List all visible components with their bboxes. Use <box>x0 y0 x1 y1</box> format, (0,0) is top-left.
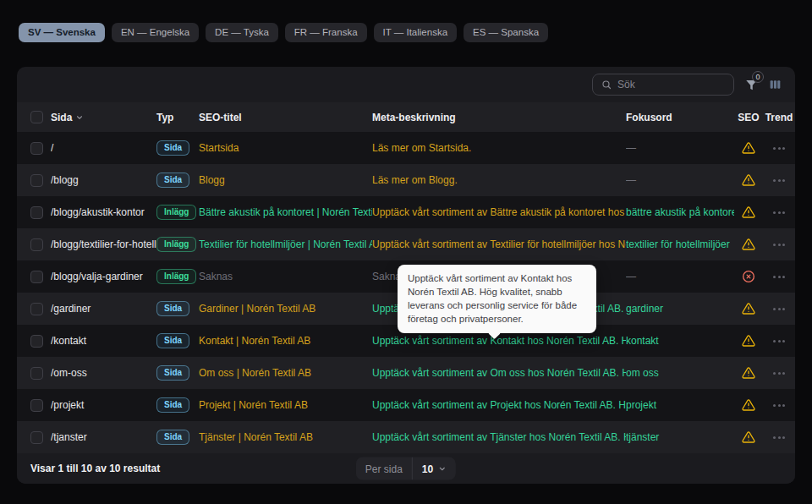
type-badge: Sida <box>156 301 189 316</box>
table-row[interactable]: /blogg/akustik-kontor Inlägg Bättre akus… <box>17 196 795 228</box>
seo-title-text: Tjänster | Norén Textil AB <box>199 431 313 443</box>
type-badge: Sida <box>156 140 189 156</box>
row-checkbox[interactable] <box>30 238 43 251</box>
meta-description-text: Upptäck vårt sortiment av Projekt hos No… <box>372 399 626 411</box>
row-checkbox[interactable] <box>30 271 43 283</box>
header-typ: Typ <box>156 112 199 123</box>
columns-icon <box>769 79 782 90</box>
seo-error-icon[interactable] <box>742 270 755 283</box>
seo-warning-icon[interactable] <box>742 141 755 155</box>
seo-title-text: Kontakt | Norén Textil AB <box>199 335 310 347</box>
row-checkbox[interactable] <box>30 174 43 187</box>
row-checkbox[interactable] <box>30 431 43 444</box>
page-path: /tjanster <box>51 431 87 443</box>
seo-title-text: Om oss | Norén Textil AB <box>199 367 311 379</box>
language-tabs: SV — SvenskaEN — EngelskaDE — TyskaFR — … <box>19 23 548 42</box>
row-checkbox[interactable] <box>30 399 43 412</box>
header-seo-titel: SEO-titel <box>199 112 372 123</box>
table-row[interactable]: /tjanster Sida Tjänster | Norén Textil A… <box>17 421 795 453</box>
results-count-text: Visar 1 till 10 av 10 resultat <box>30 463 160 474</box>
language-tab-de[interactable]: DE — Tyska <box>206 23 278 42</box>
page-path: /blogg/akustik-kontor <box>51 206 145 218</box>
language-tab-label: IT — Italienska <box>383 27 448 37</box>
focus-keyword-text: kontakt <box>626 335 659 347</box>
language-tab-label: FR — Franska <box>294 27 358 37</box>
table-row[interactable]: / Sida Startsida Läs mer om Startsida. — <box>17 132 795 164</box>
focus-keyword-text: — <box>626 174 636 186</box>
seo-title-text: Saknas <box>199 271 233 282</box>
row-actions-ellipsis[interactable] <box>771 240 787 249</box>
table-row[interactable]: /blogg Sida Blogg Läs mer om Blogg. — <box>17 164 795 196</box>
row-actions-ellipsis[interactable] <box>771 433 787 442</box>
type-badge: Sida <box>156 397 189 413</box>
seo-title-text: Projekt | Norén Textil AB <box>199 399 308 411</box>
seo-title-text: Gardiner | Norén Textil AB <box>199 303 315 315</box>
header-meta-beskrivning: Meta-beskrivning <box>372 112 626 123</box>
table-row[interactable]: /om-oss Sida Om oss | Norén Textil AB Up… <box>17 357 795 389</box>
row-actions-ellipsis[interactable] <box>771 144 787 153</box>
row-actions-ellipsis[interactable] <box>771 369 787 378</box>
type-badge: Inlägg <box>156 269 196 284</box>
row-checkbox[interactable] <box>30 367 43 380</box>
meta-description-text: Upptäck vårt sortiment av Tjänster hos N… <box>372 431 626 443</box>
table-footer: Visar 1 till 10 av 10 resultat Per sida … <box>17 453 795 484</box>
row-actions-ellipsis[interactable] <box>771 208 787 217</box>
select-all-checkbox[interactable] <box>30 111 43 123</box>
page-path: /blogg/valja-gardiner <box>51 271 143 282</box>
columns-button[interactable] <box>769 79 782 90</box>
meta-description-text: Upptäck vårt sortiment av Textilier för … <box>372 238 626 250</box>
row-actions-ellipsis[interactable] <box>771 176 787 185</box>
filter-button[interactable]: 0 <box>745 79 758 91</box>
focus-keyword-text: om oss <box>626 367 659 379</box>
seo-warning-icon[interactable] <box>742 205 755 219</box>
seo-warning-icon[interactable] <box>742 366 755 380</box>
language-tab-it[interactable]: IT — Italienska <box>374 23 458 42</box>
row-checkbox[interactable] <box>30 303 43 315</box>
page-path: /blogg <box>51 174 79 186</box>
type-badge: Inlägg <box>156 205 196 220</box>
tooltip-text: Upptäck vårt sortiment av Kontakt hos No… <box>408 273 577 324</box>
row-actions-ellipsis[interactable] <box>771 401 787 410</box>
language-tab-es[interactable]: ES — Spanska <box>464 23 548 42</box>
focus-keyword-text: — <box>626 271 636 282</box>
row-actions-ellipsis[interactable] <box>771 304 787 314</box>
language-tab-sv[interactable]: SV — Svenska <box>19 23 105 42</box>
seo-warning-icon[interactable] <box>742 238 755 251</box>
seo-warning-icon[interactable] <box>742 430 755 444</box>
search-input-wrapper[interactable] <box>592 74 734 96</box>
focus-keyword-text: textilier för hotellmiljöer <box>626 238 730 250</box>
type-badge: Inlägg <box>156 237 196 252</box>
page-path: /kontakt <box>51 335 86 347</box>
seo-warning-icon[interactable] <box>742 398 755 412</box>
row-actions-ellipsis[interactable] <box>771 337 787 346</box>
per-page-select[interactable]: Per sida 10 <box>356 457 456 480</box>
page-path: /gardiner <box>51 303 91 315</box>
seo-title-text: Textilier för hotellmiljöer | Norén Text… <box>199 238 372 250</box>
seo-title-text: Startsida <box>199 142 239 154</box>
row-checkbox[interactable] <box>30 142 43 155</box>
table-row[interactable]: /blogg/textilier-for-hotell Inlägg Texti… <box>17 228 795 260</box>
meta-description-text: Läs mer om Blogg. <box>372 174 458 186</box>
language-tab-label: DE — Tyska <box>215 27 269 37</box>
meta-description-tooltip: Upptäck vårt sortiment av Kontakt hos No… <box>398 265 596 333</box>
seo-warning-icon[interactable] <box>742 334 755 348</box>
meta-description-text: Upptäck vårt sortiment av Bättre akustik… <box>372 206 626 218</box>
seo-warning-icon[interactable] <box>742 173 755 187</box>
row-actions-ellipsis[interactable] <box>771 272 787 282</box>
seo-warning-icon[interactable] <box>742 302 755 315</box>
search-input[interactable] <box>617 79 725 90</box>
seo-title-text: Bättre akustik på kontoret | Norén Texti… <box>199 206 372 218</box>
header-seo: SEO <box>734 112 763 123</box>
column-sort-sida[interactable]: Sida <box>51 112 84 123</box>
language-tab-label: ES — Spanska <box>473 27 539 37</box>
search-icon <box>601 79 612 90</box>
chevron-down-icon <box>75 113 84 122</box>
language-tab-fr[interactable]: FR — Franska <box>285 23 367 42</box>
page-path: / <box>51 142 53 154</box>
row-checkbox[interactable] <box>30 335 43 348</box>
language-tab-en[interactable]: EN — Engelska <box>112 23 199 42</box>
filter-count-badge: 0 <box>752 71 764 83</box>
table-row[interactable]: /projekt Sida Projekt | Norén Textil AB … <box>17 389 795 421</box>
row-checkbox[interactable] <box>30 206 43 219</box>
meta-description-text: Upptäck vårt sortiment av Om oss hos Nor… <box>372 367 626 379</box>
